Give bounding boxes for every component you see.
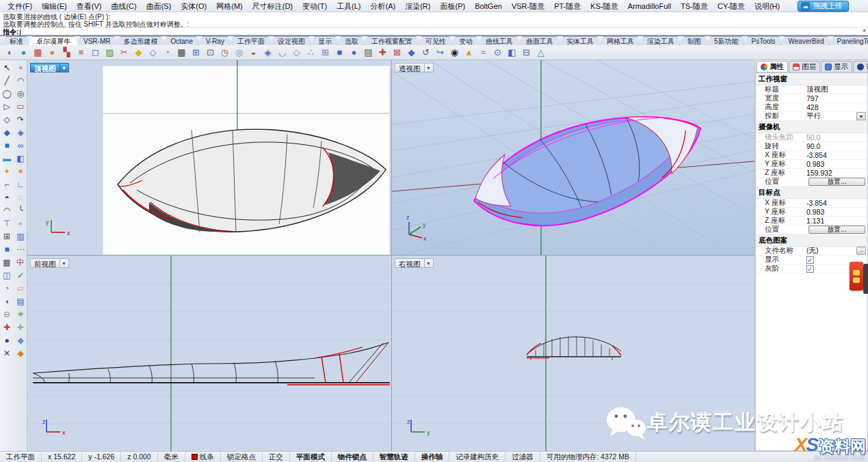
pipe-icon[interactable]: ∟ xyxy=(14,178,27,191)
toolbar-tab-Octane[interactable]: Octane xyxy=(162,36,200,45)
command-input[interactable]: 指令: xyxy=(0,28,868,36)
statusbar-平面模式[interactable]: 平面模式 xyxy=(290,452,332,462)
arc-icon[interactable]: ▷ xyxy=(0,100,14,113)
control-curve-icon[interactable]: ◠ xyxy=(14,74,27,87)
point-icon[interactable]: ∘ xyxy=(14,62,27,74)
cylinder-icon[interactable]: ▬ xyxy=(0,152,14,165)
orange-sphere-icon[interactable]: ● xyxy=(46,46,59,59)
align-red-icon[interactable]: ✚ xyxy=(0,321,14,334)
pencil-surface-icon[interactable]: ▱ xyxy=(14,282,27,295)
align-green-icon[interactable]: ✛ xyxy=(14,321,27,334)
dot-box-icon[interactable]: ⊡ xyxy=(204,46,217,59)
dots-icon[interactable]: ∴ xyxy=(304,46,317,59)
surface-corner-icon[interactable]: ◈ xyxy=(14,126,27,139)
surface-icon[interactable]: ◆ xyxy=(0,126,14,139)
menu-item-网格(M)[interactable]: 网格(M) xyxy=(211,1,248,12)
array-icon[interactable]: ⊞ xyxy=(0,230,14,243)
box-icon[interactable]: ■ xyxy=(0,139,14,152)
gem-icon[interactable]: ◈ xyxy=(261,46,274,59)
orbit-icon[interactable]: ⊙ xyxy=(491,46,504,59)
crescent2-icon[interactable]: ◖ xyxy=(0,295,14,308)
toolbar-tab-卓尔谟犀牛[interactable]: 卓尔谟犀牛 xyxy=(28,36,79,45)
compass-icon[interactable]: ◷ xyxy=(218,46,231,59)
diamond-icon[interactable]: ◇ xyxy=(290,46,303,59)
dropdown-arrow-icon[interactable]: ▼ xyxy=(856,112,866,120)
place-button[interactable]: 放置... xyxy=(808,226,865,234)
center-icon[interactable]: 中 xyxy=(14,256,27,269)
statusbar-可用的物理内存: 4372 MB[interactable]: 可用的物理内存: 4372 MB xyxy=(540,452,636,462)
menu-item-KS-随意[interactable]: KS-随意 xyxy=(586,1,622,12)
strand-icon[interactable]: ≡ xyxy=(75,46,88,59)
boolean-union-icon[interactable]: ◓ xyxy=(0,191,14,204)
elbow-pipe-icon[interactable]: ⌐ xyxy=(0,178,14,191)
chamfer-icon[interactable]: ╰ xyxy=(14,204,27,217)
panel-tab-属性[interactable]: 属性 xyxy=(757,61,788,72)
menu-item-曲线(C)[interactable]: 曲线(C) xyxy=(106,1,141,12)
roller-icon[interactable]: ⊖ xyxy=(0,308,14,321)
toolbar-tab-显示[interactable]: 显示 xyxy=(310,36,340,45)
doc-blue-icon[interactable]: ◆ xyxy=(14,334,27,347)
box-add-icon[interactable]: ⊞ xyxy=(189,46,202,59)
menu-item-分析(A)[interactable]: 分析(A) xyxy=(366,1,401,12)
viewport-right[interactable]: z y 右视图 ▼ xyxy=(392,256,754,451)
polyline-icon[interactable]: ╱ xyxy=(0,74,14,87)
toolbar-tab-制图[interactable]: 制图 xyxy=(679,36,709,45)
statusbar-过滤器[interactable]: 过滤器 xyxy=(505,452,540,462)
viewport-label-top[interactable]: 顶视图 ▼ xyxy=(30,63,69,72)
boolean-diff-icon[interactable]: ◌ xyxy=(14,191,27,204)
turtle-icon[interactable]: ✳ xyxy=(14,308,27,321)
menu-item-面板(P)[interactable]: 面板(P) xyxy=(435,1,470,12)
statusbar-正交[interactable]: 正交 xyxy=(263,452,290,462)
red-frame-icon[interactable]: ⊠ xyxy=(391,46,404,59)
toolbar-tab-设定视图[interactable]: 设定视图 xyxy=(269,36,313,45)
circle-icon[interactable]: ◯ xyxy=(0,87,14,100)
small-cube-icon[interactable]: ◻ xyxy=(89,46,102,59)
polygon-icon[interactable]: ◇ xyxy=(0,113,14,126)
burst-icon[interactable]: ✶ xyxy=(14,165,27,178)
blend-curve-icon[interactable]: ↷ xyxy=(14,113,27,126)
viewport-perspective[interactable]: z x y 透视图 ▼ xyxy=(392,60,754,255)
viewport-label-front[interactable]: 前视图 ▼ xyxy=(30,258,69,268)
grid-squares-icon[interactable]: ⊞ xyxy=(319,46,332,59)
toolbar-tab-WeaverBird[interactable]: WeaverBird xyxy=(780,36,832,45)
checker-icon[interactable]: ▚ xyxy=(60,46,73,59)
toolbar-tab-网格工具[interactable]: 网格工具 xyxy=(599,36,642,45)
blue-ball-icon[interactable]: ● xyxy=(0,334,14,347)
crescent-surface-icon[interactable]: ◖ xyxy=(3,46,16,59)
toolbar-tab-可见性[interactable]: 可见性 xyxy=(417,36,454,45)
panel-tab-说明[interactable]: 说明 xyxy=(853,61,868,72)
move-cross-icon[interactable]: ✚ xyxy=(376,46,389,59)
menu-item-实体(O)[interactable]: 实体(O) xyxy=(176,1,211,12)
menu-item-变动(T)[interactable]: 变动(T) xyxy=(298,1,332,12)
chevron-down-icon[interactable]: ▼ xyxy=(425,63,434,72)
promo-badge[interactable] xyxy=(850,262,863,290)
cassette-icon[interactable]: ▤ xyxy=(362,46,375,59)
small-box-icon[interactable]: ▫ xyxy=(14,217,27,230)
statusbar-y -1.626[interactable]: y -1.626 xyxy=(82,452,121,462)
ball-icon[interactable]: ● xyxy=(347,46,360,59)
spheres-icon[interactable]: ∞ xyxy=(14,139,27,152)
menu-item-PT-随意[interactable]: PT-随意 xyxy=(549,1,586,12)
chevron-down-icon[interactable]: ▼ xyxy=(60,258,69,268)
statusbar-z 0.000[interactable]: z 0.000 xyxy=(121,452,157,462)
menu-item-TS-随意[interactable]: TS-随意 xyxy=(676,1,713,12)
extrude-icon[interactable]: ◧ xyxy=(14,152,27,165)
blob-icon[interactable]: ✦ xyxy=(0,165,14,178)
pyramid-icon[interactable]: ▲ xyxy=(462,46,475,59)
statusbar-线条[interactable]: 线条 xyxy=(185,452,221,462)
green-doc-icon[interactable]: ▨ xyxy=(103,46,116,59)
menu-item-曲面(S)[interactable]: 曲面(S) xyxy=(142,1,176,12)
grid-icon[interactable]: ▩ xyxy=(0,256,14,269)
purple-plane-icon[interactable]: ◇ xyxy=(146,46,159,59)
viewport-label-right[interactable]: 右视图 ▼ xyxy=(395,258,434,268)
statusbar-锁定格点[interactable]: 锁定格点 xyxy=(221,452,263,462)
toolbar-tab-多边形建模[interactable]: 多边形建模 xyxy=(115,36,166,45)
checkbox-checked[interactable]: ✓ xyxy=(806,256,814,264)
wave-icon[interactable]: ≈ xyxy=(477,46,490,59)
half-box-icon[interactable]: ◧ xyxy=(505,46,518,59)
rectangle-icon[interactable]: ▭ xyxy=(14,100,27,113)
ellipse-icon[interactable]: ◎ xyxy=(14,87,27,100)
cube2-icon[interactable]: ■ xyxy=(0,243,14,256)
scissors-icon[interactable]: ✂ xyxy=(118,46,131,59)
clouds-icon[interactable]: ◔ xyxy=(0,282,14,295)
